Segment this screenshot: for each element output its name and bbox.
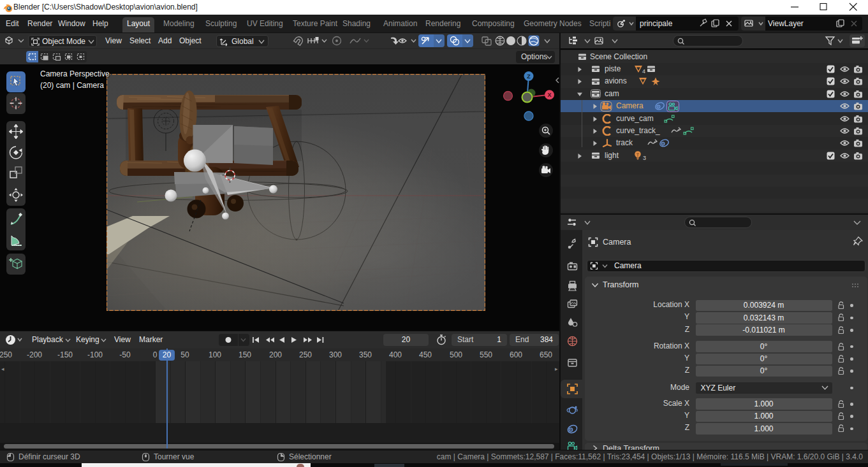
svg-text:Z: Z bbox=[527, 73, 531, 80]
svg-text:X: X bbox=[547, 92, 551, 98]
